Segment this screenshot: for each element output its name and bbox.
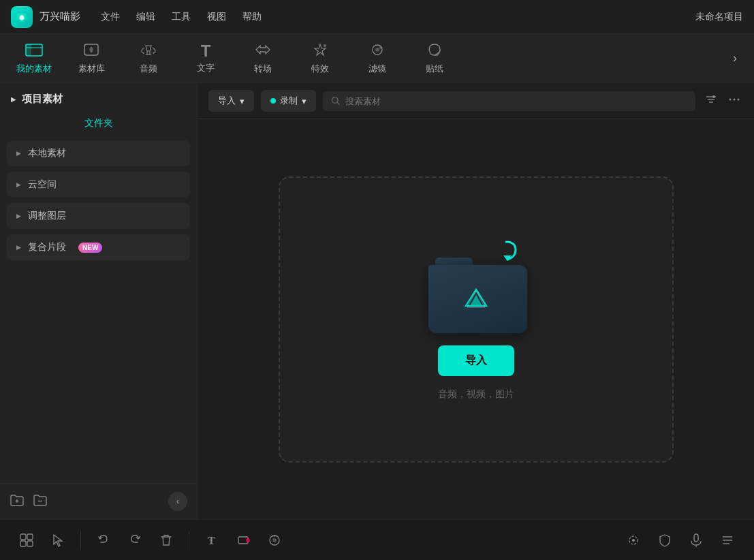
- undo-icon: [96, 533, 111, 548]
- menu-file[interactable]: 文件: [101, 11, 120, 23]
- svg-point-8: [324, 44, 326, 47]
- filter-icon: [368, 42, 386, 60]
- tab-media-lib-label: 素材库: [78, 63, 105, 75]
- search-input[interactable]: [345, 96, 687, 106]
- menu-bar: 文件 编辑 工具 视图 帮助: [101, 11, 695, 23]
- tab-text[interactable]: T 文字: [178, 38, 233, 79]
- menu-edit[interactable]: 编辑: [136, 11, 155, 23]
- undo-btn[interactable]: [91, 527, 116, 553]
- menu-view[interactable]: 视图: [207, 11, 226, 23]
- bottombar: T: [0, 519, 754, 560]
- crop-icon: [236, 533, 251, 548]
- menu-tools[interactable]: 工具: [172, 11, 191, 23]
- search-icon: [331, 96, 340, 106]
- svg-point-11: [379, 46, 383, 49]
- grid-icon: [19, 533, 34, 548]
- sidebar-item-local-arrow: ▶: [16, 150, 21, 157]
- folder-label[interactable]: 文件夹: [84, 117, 113, 128]
- svg-point-23: [738, 99, 740, 101]
- toolbar: 我的素材 素材库 音频 T 文字: [0, 34, 754, 83]
- menu-help[interactable]: 帮助: [242, 11, 262, 23]
- sidebar-item-composite[interactable]: ▶ 复合片段 NEW: [7, 234, 190, 260]
- sidebar-item-local-label: 本地素材: [28, 147, 66, 159]
- redo-icon: [127, 533, 142, 548]
- sidebar-item-cloud-arrow: ▶: [16, 181, 21, 188]
- tab-effects[interactable]: 特效: [293, 38, 347, 79]
- app-logo: [11, 6, 33, 28]
- shield-btn[interactable]: [652, 527, 678, 553]
- svg-point-20: [712, 95, 715, 98]
- record-btn-label: 录制: [280, 95, 298, 107]
- svg-rect-39: [694, 534, 698, 542]
- cursor-btn[interactable]: [45, 527, 71, 553]
- tab-media-lib[interactable]: 素材库: [64, 38, 119, 79]
- toolbar-more-btn[interactable]: ›: [723, 46, 747, 71]
- grid-btn[interactable]: [14, 527, 40, 553]
- bb-right-actions: [621, 527, 740, 553]
- tab-audio[interactable]: 音频: [121, 38, 176, 79]
- tab-sticker[interactable]: 贴纸: [407, 38, 462, 79]
- text-tool-icon: T: [204, 533, 219, 548]
- import-btn[interactable]: 导入 ▾: [208, 90, 254, 112]
- filter-lines-icon: [705, 93, 717, 106]
- main-area: ▶ 项目素材 文件夹 ▶ 本地素材 ▶ 云空间 ▶ 调整图层 ▶ 复合片段 NE…: [0, 83, 754, 519]
- mic-btn[interactable]: [683, 527, 709, 553]
- svg-point-22: [734, 99, 736, 101]
- sidebar-title: 项目素材: [22, 93, 63, 106]
- more-dots-icon: [728, 93, 740, 106]
- svg-line-16: [337, 102, 339, 104]
- effects-icon: [311, 42, 329, 60]
- titlebar: 万兴喵影 文件 编辑 工具 视图 帮助 未命名项目: [0, 0, 754, 34]
- color-btn[interactable]: [262, 527, 287, 553]
- import-dropdown-arrow: ▾: [240, 96, 245, 106]
- list-icon: [720, 533, 735, 548]
- record-dropdown-arrow: ▾: [302, 96, 307, 106]
- add-folder-btn[interactable]: [10, 493, 25, 511]
- folder-logo: [460, 284, 492, 318]
- content-toolbar: 导入 ▾ 录制 ▾: [198, 83, 754, 119]
- app-name: 万兴喵影: [40, 10, 80, 23]
- svg-point-15: [332, 97, 338, 104]
- record-btn[interactable]: 录制 ▾: [261, 90, 316, 112]
- filter-action-btn[interactable]: [702, 91, 720, 111]
- svg-point-35: [272, 538, 277, 542]
- crop-btn[interactable]: [230, 527, 256, 553]
- sidebar-item-composite-arrow: ▶: [16, 244, 21, 251]
- folder-arrow: [491, 239, 521, 275]
- sticker-icon: [426, 42, 443, 60]
- cursor-icon: [50, 533, 65, 548]
- svg-point-21: [729, 99, 732, 101]
- tab-my-media[interactable]: 我的素材: [7, 38, 61, 79]
- sidebar-collapse-btn[interactable]: ‹: [168, 492, 187, 511]
- list-btn[interactable]: [714, 527, 740, 553]
- delete-btn[interactable]: [153, 527, 179, 553]
- search-box[interactable]: [323, 91, 695, 111]
- remove-folder-btn[interactable]: [33, 493, 48, 511]
- more-action-btn[interactable]: [725, 91, 743, 111]
- sidebar-item-adjust-arrow: ▶: [16, 213, 21, 219]
- my-media-icon: [25, 42, 43, 60]
- svg-point-33: [246, 538, 250, 542]
- divider-2: [189, 531, 189, 550]
- tab-transition[interactable]: 转场: [236, 38, 290, 79]
- svg-point-38: [632, 539, 635, 542]
- tab-audio-label: 音频: [140, 63, 157, 75]
- audio-icon: [140, 42, 157, 60]
- sidebar-item-adjust[interactable]: ▶ 调整图层: [7, 203, 190, 229]
- import-big-btn[interactable]: 导入: [438, 345, 514, 376]
- drop-zone: 导入 音频，视频，图片: [198, 119, 754, 519]
- import-btn-label: 导入: [218, 95, 236, 107]
- sidebar-item-adjust-label: 调整图层: [28, 210, 66, 222]
- redo-btn[interactable]: [122, 527, 148, 553]
- keyframe-btn[interactable]: [621, 527, 646, 553]
- sidebar-item-local[interactable]: ▶ 本地素材: [7, 140, 190, 166]
- text-tool-btn[interactable]: T: [199, 527, 225, 553]
- sidebar-item-cloud[interactable]: ▶ 云空间: [7, 172, 190, 198]
- transition-icon: [253, 42, 272, 60]
- tab-my-media-label: 我的素材: [16, 63, 52, 75]
- tab-filter-label: 滤镜: [368, 63, 386, 75]
- sidebar-item-cloud-label: 云空间: [28, 178, 57, 191]
- svg-rect-30: [27, 541, 33, 546]
- folder-illustration: [422, 238, 531, 333]
- tab-filter[interactable]: 滤镜: [350, 38, 405, 79]
